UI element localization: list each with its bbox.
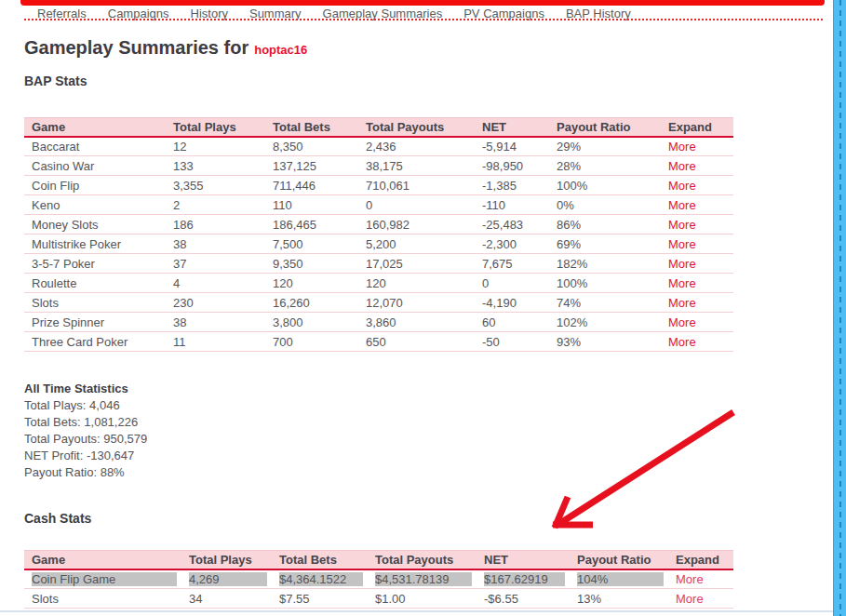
table-cell: Baccarat [24, 137, 166, 156]
expand-more-link[interactable]: More [668, 315, 696, 329]
table-cell: 650 [358, 332, 475, 352]
table-cell-expand: More [661, 176, 733, 195]
selection-dashed-line [839, 0, 841, 616]
col-header-net: NET [475, 118, 549, 137]
expand-more-link[interactable]: More [668, 140, 696, 154]
bap-stats-heading: BAP Stats [24, 74, 87, 88]
table-row: Slots23016,26012,070-4,19074%More [24, 293, 733, 313]
table-cell: 100% [549, 274, 661, 293]
table-cell: 2,436 [358, 137, 475, 156]
top-red-bar [20, 0, 825, 6]
table-row: Keno21100-1100%More [24, 195, 733, 215]
table-cell: 37 [166, 254, 265, 274]
table-cell-expand: More [661, 137, 733, 156]
table-cell: 5,200 [358, 234, 475, 254]
page-title-text: Gameplay Summaries for [24, 37, 248, 58]
table-row: Three Card Poker11700650-5093%More [24, 332, 733, 352]
table-cell: 3,355 [166, 176, 265, 195]
table-cell-expand: More [661, 332, 733, 352]
table-cell: 3-5-7 Poker [24, 254, 166, 274]
table-cell: 93% [549, 332, 661, 352]
table-cell-expand: More [661, 274, 733, 293]
col-header-expand: Expand [668, 551, 733, 569]
table-cell-expand: More [661, 215, 733, 234]
table-cell: 104% [570, 569, 668, 589]
table-cell: 12,070 [358, 293, 475, 313]
all-time-total-bets: Total Bets: 1,081,226 [24, 414, 147, 431]
table-cell: 160,982 [358, 215, 475, 234]
all-time-statistics: All Time Statistics Total Plays: 4,046 T… [24, 381, 147, 481]
table-row: Prize Spinner383,8003,86060102%More [24, 313, 733, 332]
table-cell-expand: More [661, 156, 733, 176]
table-cell: 29% [549, 137, 661, 156]
all-time-total-plays: Total Plays: 4,046 [24, 397, 147, 414]
table-cell: 7,500 [265, 234, 358, 254]
expand-more-link[interactable]: More [668, 179, 696, 193]
table-cell: Coin Flip Game [24, 569, 181, 589]
table-cell: 4,269 [181, 569, 272, 589]
table-cell: 110 [265, 195, 358, 215]
page-title: Gameplay Summaries forhoptac16 [24, 37, 307, 59]
table-cell: -1,385 [475, 176, 549, 195]
table-cell: 0% [549, 195, 661, 215]
expand-more-link[interactable]: More [668, 335, 696, 349]
cash-stats-heading: Cash Stats [24, 511, 91, 526]
table-cell: 13% [570, 589, 668, 609]
table-cell: Multistrike Poker [24, 234, 166, 254]
expand-more-link[interactable]: More [668, 296, 696, 310]
table-cell: Roulette [24, 274, 166, 293]
col-header-total-bets: Total Bets [272, 551, 368, 569]
expand-more-link[interactable]: More [676, 592, 704, 606]
table-cell: 0 [358, 195, 475, 215]
window-bottom-edge [0, 610, 846, 612]
col-header-payout-ratio: Payout Ratio [570, 551, 668, 569]
expand-more-link[interactable]: More [668, 218, 696, 232]
table-cell: 186 [166, 215, 265, 234]
bap-stats-table: Game Total Plays Total Bets Total Payout… [24, 117, 733, 352]
table-row: Coin Flip Game4,269$4,364.1522$4,531.781… [24, 569, 733, 589]
table-cell: 34 [181, 589, 272, 609]
table-cell-expand: More [668, 589, 733, 609]
expand-more-link[interactable]: More [668, 276, 696, 290]
table-cell: Three Card Poker [24, 332, 166, 352]
all-time-heading: All Time Statistics [24, 381, 147, 397]
expand-more-link[interactable]: More [668, 257, 696, 271]
table-cell: 186,465 [265, 215, 358, 234]
table-cell: 60 [475, 313, 549, 332]
expand-more-link[interactable]: More [668, 159, 696, 173]
table-cell: 9,350 [265, 254, 358, 274]
table-cell: $1.00 [368, 589, 477, 609]
table-cell: -25,483 [475, 215, 549, 234]
table-cell: 3,860 [358, 313, 475, 332]
table-cell: 710,061 [358, 176, 475, 195]
table-cell: 102% [549, 313, 661, 332]
table-cell: 16,260 [265, 293, 358, 313]
expand-more-link[interactable]: More [676, 572, 704, 586]
all-time-net-profit: NET Profit: -130,647 [24, 448, 147, 464]
table-cell: Coin Flip [24, 176, 166, 195]
table-cell: Prize Spinner [24, 313, 166, 332]
table-cell: 0 [475, 274, 549, 293]
table-cell: -2,300 [475, 234, 549, 254]
table-cell: 28% [549, 156, 661, 176]
expand-more-link[interactable]: More [668, 237, 696, 251]
expand-more-link[interactable]: More [668, 198, 696, 212]
table-cell: Slots [24, 589, 181, 609]
table-cell: 120 [265, 274, 358, 293]
table-row: Roulette41201200100%More [24, 274, 733, 293]
col-header-game: Game [24, 118, 166, 137]
table-row: Slots34$7.55$1.00-$6.5513%More [24, 589, 733, 609]
table-cell: 7,675 [475, 254, 549, 274]
col-header-total-bets: Total Bets [265, 118, 358, 137]
table-cell: 133 [166, 156, 265, 176]
table-cell: 38,175 [358, 156, 475, 176]
table-cell: 711,446 [265, 176, 358, 195]
table-cell: 100% [549, 176, 661, 195]
table-cell: -50 [475, 332, 549, 352]
table-cell: 74% [549, 293, 661, 313]
table-cell: -110 [475, 195, 549, 215]
table-cell: 11 [166, 332, 265, 352]
table-cell: 17,025 [358, 254, 475, 274]
table-cell-expand: More [661, 254, 733, 274]
table-cell: 38 [166, 313, 265, 332]
